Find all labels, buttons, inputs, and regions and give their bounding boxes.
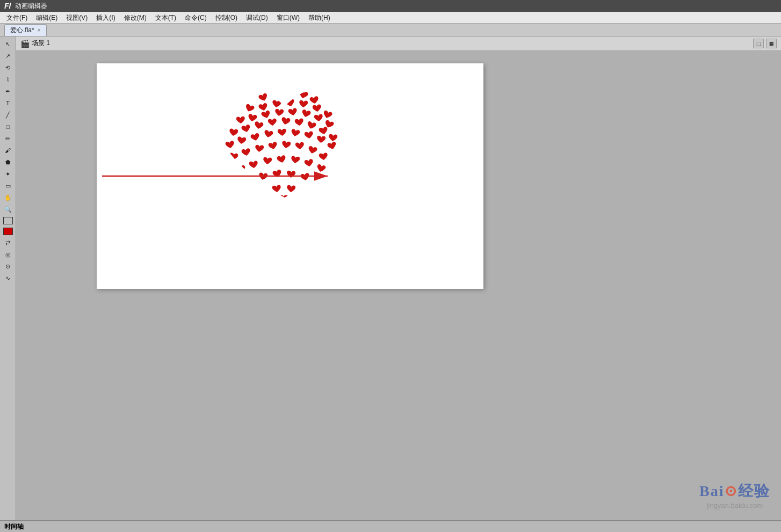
rect-tool[interactable]: □ [2, 121, 15, 132]
baidu-logo-text: Bai [699, 483, 724, 499]
toolbar: ↖ ↗ ⟲ ⌇ ✒ T ╱ □ ✏ 🖌 ⬟ ✦ ▭ ✋ 🔍 ⇄ ◎ ⊙ ∿ [0, 37, 16, 520]
tab-label: 爱心.fla* [10, 26, 34, 35]
menu-edit[interactable]: 编辑(E) [32, 12, 62, 24]
subselect-tool[interactable]: ↗ [2, 50, 15, 61]
text-tool[interactable]: T [2, 98, 15, 108]
hand-tool[interactable]: ✋ [2, 192, 15, 203]
eraser-tool[interactable]: ▭ [2, 180, 15, 191]
default-colors-tool[interactable]: ◎ [2, 249, 15, 260]
line-tool[interactable]: ╱ [2, 110, 15, 120]
brush-tool[interactable]: 🖌 [2, 145, 15, 156]
timeline-header: 时间轴 [0, 521, 781, 532]
baidu-logo-icon: ⊙ [725, 483, 738, 499]
menu-insert[interactable]: 插入(I) [92, 12, 119, 24]
menu-debug[interactable]: 调试(D) [242, 12, 272, 24]
pen-tool[interactable]: ✒ [2, 86, 15, 97]
canvas-controls: ⬚ ▦ [753, 39, 777, 48]
menu-window[interactable]: 窗口(W) [272, 12, 304, 24]
app-logo: Fl [4, 2, 11, 10]
menu-help[interactable]: 帮助(H) [304, 12, 335, 24]
menu-control[interactable]: 控制(O) [211, 12, 242, 24]
menu-command[interactable]: 命令(C) [180, 12, 211, 24]
snap-tool[interactable]: ⊙ [2, 261, 15, 272]
menu-view[interactable]: 视图(V) [62, 12, 92, 24]
smooth-tool[interactable]: ∿ [2, 273, 15, 283]
baidu-watermark: Bai⊙经验 jingyan.baidu.com [699, 481, 770, 509]
app-title: 动画编辑器 [15, 2, 47, 11]
heart-svg [204, 79, 365, 219]
select-tool[interactable]: ↖ [2, 39, 15, 49]
scene-breadcrumb-bar: 🎬 场景 1 ⬚ ▦ [16, 37, 781, 50]
document-tab[interactable]: 爱心.fla* × [4, 24, 47, 36]
pencil-tool[interactable]: ✏ [2, 133, 15, 144]
paint-bucket-tool[interactable]: ⬟ [2, 157, 15, 167]
baidu-url: jingyan.baidu.com [699, 501, 770, 509]
canvas-ctrl-1[interactable]: ⬚ [753, 39, 764, 48]
swap-colors-tool[interactable]: ⇄ [2, 237, 15, 248]
baidu-logo-text2: 经验 [738, 483, 770, 499]
timeline-label: 时间轴 [4, 522, 24, 531]
main-layout: ↖ ↗ ⟲ ⌇ ✒ T ╱ □ ✏ 🖌 ⬟ ✦ ▭ ✋ 🔍 ⇄ ◎ ⊙ ∿ 🎬 … [0, 37, 781, 520]
tab-close-button[interactable]: × [38, 27, 41, 33]
scene-icon: 🎬 [20, 39, 30, 48]
free-transform-tool[interactable]: ⟲ [2, 62, 15, 73]
menu-text[interactable]: 文本(T) [151, 12, 180, 24]
fill-color-swatch[interactable] [3, 228, 13, 235]
scene-label: 场景 1 [32, 39, 50, 48]
zoom-tool[interactable]: 🔍 [2, 204, 15, 215]
tab-bar: 爱心.fla* × [0, 24, 781, 37]
menu-bar: 文件(F) 编辑(E) 视图(V) 插入(I) 修改(M) 文本(T) 命令(C… [0, 12, 781, 24]
menu-file[interactable]: 文件(F) [2, 12, 32, 24]
menu-modify[interactable]: 修改(M) [120, 12, 151, 24]
heart-graphic [204, 79, 365, 219]
canvas-ctrl-2[interactable]: ▦ [766, 39, 777, 48]
canvas-area[interactable]: 🎬 场景 1 ⬚ ▦ [16, 37, 781, 520]
stage-canvas[interactable] [97, 63, 483, 289]
lasso-tool[interactable]: ⌇ [2, 74, 15, 85]
eyedropper-tool[interactable]: ✦ [2, 169, 15, 179]
title-bar: Fl 动画编辑器 [0, 0, 781, 12]
timeline-area: 时间轴 👁 🔒 □ ◆ ▶ 图层 2 ✕ ◀▶ [0, 520, 781, 532]
stroke-color-tool[interactable] [3, 217, 13, 224]
